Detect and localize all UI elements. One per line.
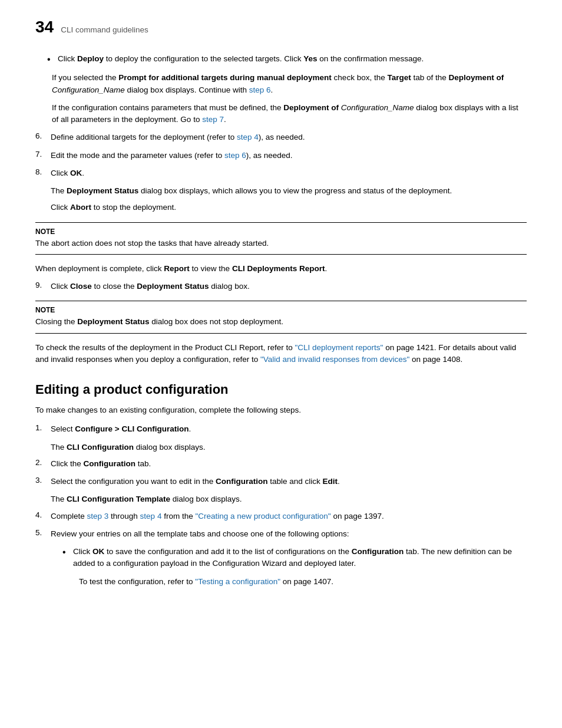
s2-step-5: 5. Review your entries on all the templa… <box>35 528 527 540</box>
note-box-1: NOTE The abort action does not stop the … <box>35 222 527 255</box>
s2-step-3: 3. Select the configuration you want to … <box>35 476 527 487</box>
step-8-sub2: Click Abort to stop the deployment. <box>51 202 527 213</box>
step-6-num: 6. <box>35 131 46 143</box>
cli-deployment-reports-link[interactable]: "CLI deployment reports" <box>295 343 383 352</box>
step-7-text: Edit the mode and the parameter values (… <box>51 150 293 162</box>
step4b-link[interactable]: step 4 <box>140 512 162 521</box>
step6-link[interactable]: step 6 <box>249 85 271 94</box>
section2-heading: Editing a product configuration <box>35 382 527 397</box>
note-box-2: NOTE Closing the Deployment Status dialo… <box>35 301 527 333</box>
step-8-num: 8. <box>35 167 46 179</box>
after-note-1: When deployment is complete, click Repor… <box>35 263 527 275</box>
step7-link[interactable]: step 7 <box>202 115 224 124</box>
step-9-num: 9. <box>35 281 46 292</box>
step4-link[interactable]: step 4 <box>237 133 259 141</box>
ok-bold2: OK <box>92 547 104 556</box>
s2-step-1-num: 1. <box>35 423 46 435</box>
creating-new-link[interactable]: "Creating a new product configuration" <box>195 512 330 521</box>
valid-invalid-link[interactable]: "Valid and invalid responses from device… <box>260 355 409 364</box>
s2-step-2: 2. Click the Configuration tab. <box>35 458 527 470</box>
s2-step-5-text: Review your entries on all the template … <box>51 528 349 540</box>
closing-para: To check the results of the deployment i… <box>35 342 527 366</box>
s2-step-4-num: 4. <box>35 510 46 522</box>
page-number: 34 <box>35 18 54 37</box>
page-container: 34 CLI command guidelines • Click Deploy… <box>0 0 562 611</box>
prompt-bold: Prompt for additional targets during man… <box>118 73 332 82</box>
s2-testing-para: To test the configuration, refer to "Tes… <box>79 576 527 588</box>
s2-step-1: 1. Select Configure > CLI Configuration. <box>35 423 527 435</box>
s2-step-3-text: Select the configuration you want to edi… <box>51 476 340 487</box>
section2-intro: To make changes to an existing configura… <box>35 404 527 416</box>
s2-step-4-text: Complete step 3 through step 4 from the … <box>51 510 384 522</box>
sub-para-params: If the configuration contains parameters… <box>52 102 527 126</box>
s2-step-4: 4. Complete step 3 through step 4 from t… <box>35 510 527 522</box>
s2-step-2-num: 2. <box>35 458 46 470</box>
step-8: 8. Click OK. <box>35 167 527 179</box>
bullet-dot: • <box>47 53 52 66</box>
s2-step-5-num: 5. <box>35 528 46 540</box>
step-6: 6. Define additional targets for the dep… <box>35 131 527 143</box>
s2-step-1-sub: The CLI Configuration dialog box display… <box>51 442 527 453</box>
step-7: 7. Edit the mode and the parameter value… <box>35 150 527 162</box>
step-6-text: Define additional targets for the deploy… <box>51 131 305 143</box>
step-8-sub1: The Deployment Status dialog box display… <box>51 185 527 197</box>
configuration-tab-bold2: Configuration <box>352 547 404 556</box>
deployment-status-bold3: Deployment Status <box>77 317 149 326</box>
deployment-of-bold2: Deployment of <box>283 103 339 112</box>
report-bold: Report <box>164 264 190 273</box>
edit-bold: Edit <box>322 477 338 486</box>
cli-config-bold: CLI Configuration <box>67 443 134 452</box>
ok-bold: OK <box>70 169 82 177</box>
s2-bullet-ok-text: Click OK to save the configuration and a… <box>73 546 527 570</box>
step3-link[interactable]: step 3 <box>87 512 109 521</box>
cli-deployments-report-bold: CLI Deployments Report <box>232 264 325 273</box>
step-9: 9. Click Close to close the Deployment S… <box>35 281 527 292</box>
note-2-text: Closing the Deployment Status dialog box… <box>35 316 527 328</box>
configuration-table-bold: Configuration <box>216 477 267 486</box>
abort-bold: Abort <box>70 203 91 212</box>
s2-step-3-sub: The CLI Configuration Template dialog bo… <box>51 493 527 505</box>
step-7-num: 7. <box>35 150 46 162</box>
s2-step-2-text: Click the Configuration tab. <box>51 458 151 470</box>
config-name-italic2: Configuration_Name <box>341 103 414 112</box>
config-name-italic: Configuration_Name <box>52 85 125 94</box>
s2-step-1-text: Select Configure > CLI Configuration. <box>51 423 191 435</box>
testing-link[interactable]: "Testing a configuration" <box>195 577 280 586</box>
deployment-status-bold: Deployment Status <box>67 186 138 195</box>
bullet-deploy: • Click Deploy to deploy the configurati… <box>47 53 527 66</box>
s2-step-3-num: 3. <box>35 476 46 487</box>
yes-bold: Yes <box>303 54 317 63</box>
sub-para-prompt: If you selected the Prompt for additiona… <box>52 72 527 96</box>
note-2-label: NOTE <box>35 306 527 314</box>
cli-config-template-bold: CLI Configuration Template <box>67 495 170 503</box>
configure-cli-bold: Configure > CLI Configuration <box>75 424 189 433</box>
deploy-bold: Deploy <box>77 54 104 63</box>
page-header: 34 CLI command guidelines <box>35 18 527 37</box>
bullet-deploy-text: Click Deploy to deploy the configuration… <box>58 53 424 66</box>
step-8-text: Click OK. <box>51 167 84 179</box>
note-1-text: The abort action does not stop the tasks… <box>35 238 527 249</box>
deployment-status-bold2: Deployment Status <box>137 282 209 291</box>
s2-bullet-dot: • <box>62 546 67 570</box>
step-9-text: Click Close to close the Deployment Stat… <box>51 281 250 292</box>
target-bold: Target <box>387 73 411 82</box>
s2-step-5-bullet: • Click OK to save the configuration and… <box>62 546 527 570</box>
page-title-header: CLI command guidelines <box>61 25 148 34</box>
note-1-label: NOTE <box>35 228 527 236</box>
close-bold: Close <box>70 282 92 291</box>
main-content: • Click Deploy to deploy the configurati… <box>35 53 527 588</box>
configuration-tab-bold: Configuration <box>84 459 135 468</box>
deployment-of-bold: Deployment of <box>448 73 504 82</box>
step6-ref-link[interactable]: step 6 <box>224 151 246 160</box>
